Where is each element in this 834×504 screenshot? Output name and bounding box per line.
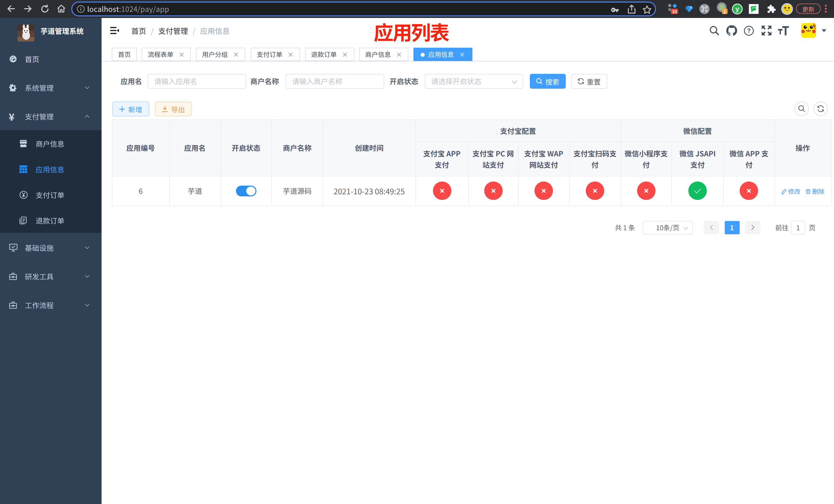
svg-text:y: y — [735, 5, 739, 13]
svg-text:?: ? — [747, 27, 751, 34]
svg-text:1: 1 — [723, 9, 726, 14]
svg-text:10: 10 — [672, 9, 677, 14]
